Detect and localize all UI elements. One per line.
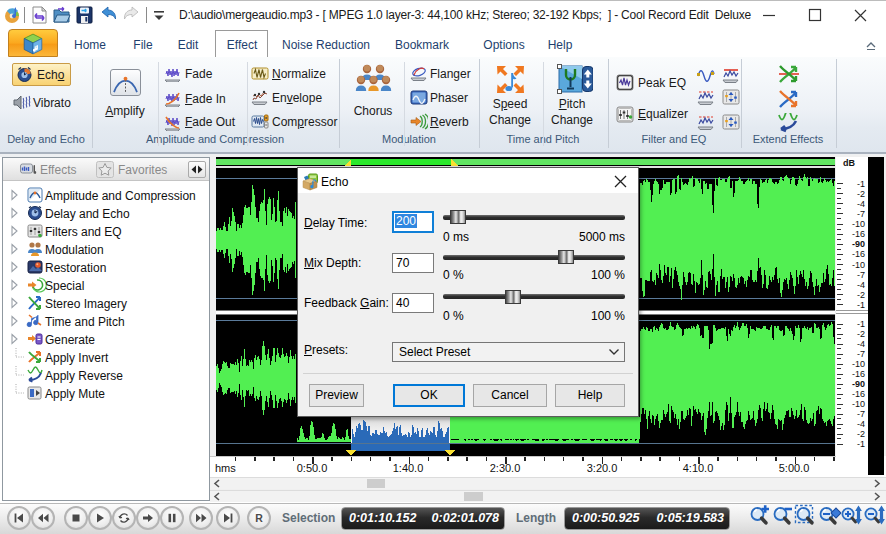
svg-text:-10: -10 [852, 219, 865, 229]
svg-text:-10: -10 [852, 359, 865, 369]
svg-text:-10: -10 [852, 399, 865, 409]
svg-text:-16: -16 [852, 389, 865, 399]
svg-text:-1: -1 [857, 319, 865, 329]
svg-text:dB: dB [843, 158, 855, 168]
svg-text:-16: -16 [852, 229, 865, 239]
svg-text:4:10.0: 4:10.0 [683, 462, 714, 474]
svg-text:-4: -4 [857, 280, 865, 290]
svg-text:-7: -7 [857, 270, 865, 280]
svg-text:-1: -1 [857, 179, 865, 189]
svg-text:-2: -2 [857, 290, 865, 300]
svg-text:hms: hms [215, 462, 236, 474]
svg-text:-90: -90 [852, 379, 865, 389]
svg-text:-4: -4 [857, 199, 865, 209]
svg-text:-2: -2 [857, 189, 865, 199]
svg-text:2:30.0: 2:30.0 [490, 462, 521, 474]
svg-text:-10: -10 [852, 260, 865, 270]
svg-text:-1: -1 [857, 300, 865, 310]
svg-text:-4: -4 [857, 339, 865, 349]
svg-text:5:00.0: 5:00.0 [779, 462, 810, 474]
svg-text:-2: -2 [857, 429, 865, 439]
svg-text:-1: -1 [857, 439, 865, 449]
svg-text:1:40.0: 1:40.0 [393, 462, 424, 474]
svg-text:R: R [255, 512, 263, 524]
svg-text:-16: -16 [852, 249, 865, 259]
svg-text:-7: -7 [857, 209, 865, 219]
svg-text:3:20.0: 3:20.0 [587, 462, 618, 474]
svg-text:-2: -2 [857, 329, 865, 339]
svg-text:-7: -7 [857, 409, 865, 419]
svg-text:-16: -16 [852, 369, 865, 379]
svg-text:-90: -90 [852, 239, 865, 249]
svg-text:0:50.0: 0:50.0 [297, 462, 328, 474]
svg-text:-4: -4 [857, 419, 865, 429]
svg-text:-7: -7 [857, 349, 865, 359]
